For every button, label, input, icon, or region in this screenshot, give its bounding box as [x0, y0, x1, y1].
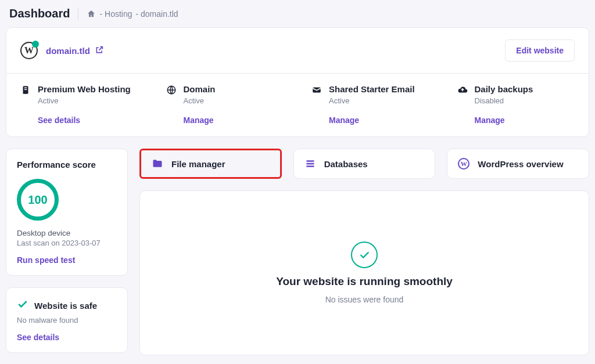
svg-rect-5: [306, 160, 314, 162]
safe-sub: No malware found: [17, 316, 117, 325]
folder-icon: [152, 158, 163, 170]
service-hosting-action[interactable]: See details: [38, 116, 138, 125]
service-backups: Daily backups Disabled Manage: [443, 74, 589, 136]
svg-rect-2: [24, 89, 27, 91]
domain-card-top: W domain.tld Edit website: [6, 28, 589, 73]
performance-score-ring: 100: [17, 179, 59, 221]
service-domain: Domain Active Manage: [152, 74, 298, 136]
service-title: Premium Web Hosting: [38, 84, 131, 94]
tile-label: File manager: [171, 159, 225, 169]
service-email: Shared Starter Email Active Manage: [298, 74, 443, 136]
service-domain-action[interactable]: Manage: [184, 116, 284, 125]
wordpress-icon: W: [458, 158, 469, 170]
header-divider: [78, 8, 78, 20]
domain-summary-card: W domain.tld Edit website Premium Web Ho…: [6, 27, 589, 137]
tile-wordpress-overview[interactable]: W WordPress overview: [447, 149, 589, 179]
tile-file-manager[interactable]: File manager: [139, 149, 282, 179]
status-title: Your website is running smoothly: [276, 275, 453, 288]
svg-rect-7: [306, 165, 314, 167]
service-status: Active: [184, 96, 216, 105]
status-dot-icon: [32, 41, 39, 48]
service-backups-action[interactable]: Manage: [475, 116, 575, 125]
home-icon[interactable]: [87, 9, 96, 19]
services-grid: Premium Web Hosting Active See details D…: [6, 73, 589, 136]
cloud-upload-icon: [457, 85, 468, 95]
right-column: File manager Databases W WordPress overv…: [139, 149, 589, 355]
website-safe-card: Website is safe No malware found See det…: [6, 287, 128, 353]
performance-last-scan: Last scan on 2023-03-07: [17, 239, 117, 247]
tile-databases[interactable]: Databases: [293, 149, 436, 179]
tile-label: Databases: [324, 159, 368, 169]
tile-label: WordPress overview: [478, 159, 563, 169]
domain-link[interactable]: domain.tld: [46, 45, 104, 56]
mail-icon: [311, 85, 322, 95]
left-column: Performance score 100 Desktop device Las…: [6, 149, 128, 355]
service-email-action[interactable]: Manage: [329, 116, 429, 125]
check-circle-icon: [351, 242, 378, 268]
page-title: Dashboard: [9, 7, 70, 20]
globe-icon: [166, 85, 177, 95]
svg-rect-6: [306, 163, 314, 165]
website-status-panel: Your website is running smoothly No issu…: [139, 190, 589, 355]
service-hosting: Premium Web Hosting Active See details: [6, 74, 152, 136]
safe-title: Website is safe: [34, 301, 97, 311]
service-status: Active: [38, 96, 131, 105]
performance-title: Performance score: [17, 160, 117, 170]
edit-website-button[interactable]: Edit website: [505, 39, 575, 62]
server-icon: [20, 85, 31, 95]
svg-rect-1: [24, 88, 27, 89]
run-speed-test-link[interactable]: Run speed test: [17, 255, 117, 265]
performance-device: Desktop device: [17, 229, 117, 237]
service-title: Shared Starter Email: [329, 84, 415, 94]
breadcrumb-hosting[interactable]: - Hosting: [99, 9, 132, 19]
service-status: Disabled: [475, 96, 533, 105]
check-icon: [17, 298, 28, 312]
main-grid: Performance score 100 Desktop device Las…: [6, 149, 589, 355]
breadcrumb: - Hosting - domain.tld: [87, 9, 178, 19]
performance-card: Performance score 100 Desktop device Las…: [6, 149, 128, 276]
service-title: Domain: [184, 84, 216, 94]
service-title: Daily backups: [475, 84, 533, 94]
service-status: Active: [329, 96, 415, 105]
performance-score-value: 100: [28, 193, 47, 207]
status-sub: No issues were found: [325, 295, 404, 304]
domain-name: domain.tld: [46, 46, 90, 56]
external-link-icon: [95, 45, 104, 56]
breadcrumb-domain[interactable]: - domain.tld: [136, 9, 178, 19]
quick-tiles-row: File manager Databases W WordPress overv…: [139, 149, 589, 179]
page-header: Dashboard - Hosting - domain.tld: [6, 5, 589, 27]
safe-see-details-link[interactable]: See details: [17, 333, 117, 342]
wordpress-logo-icon: W: [20, 42, 38, 59]
database-icon: [304, 158, 316, 170]
